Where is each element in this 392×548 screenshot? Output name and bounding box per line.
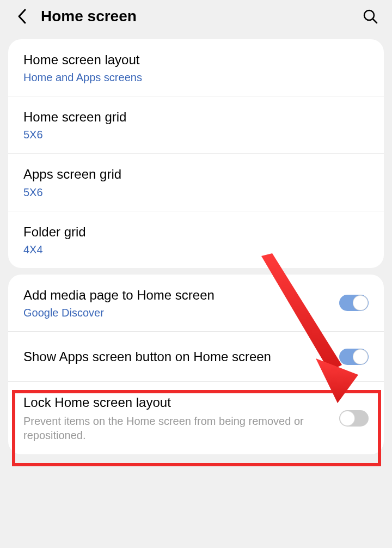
item-home-screen-layout[interactable]: Home screen layout Home and Apps screens <box>8 39 384 96</box>
search-button[interactable] <box>359 5 381 27</box>
settings-group-1: Home screen layout Home and Apps screens… <box>8 39 384 268</box>
item-title: Apps screen grid <box>23 166 358 182</box>
item-subtitle: Google Discover <box>23 307 328 319</box>
item-subtitle: 4X4 <box>23 243 358 256</box>
item-home-screen-grid[interactable]: Home screen grid 5X6 <box>8 96 384 154</box>
item-apps-screen-grid[interactable]: Apps screen grid 5X6 <box>8 154 384 211</box>
item-title: Home screen grid <box>23 108 358 125</box>
search-icon <box>363 9 378 24</box>
chevron-left-icon <box>17 8 27 25</box>
item-title: Show Apps screen button on Home screen <box>23 348 328 365</box>
page-title: Home screen <box>41 8 359 25</box>
toggle-media-page[interactable] <box>339 295 369 311</box>
item-text: Show Apps screen button on Home screen <box>23 348 339 365</box>
item-title: Lock Home screen layout <box>23 394 328 411</box>
item-text: Home screen grid 5X6 <box>23 108 369 141</box>
item-text: Add media page to Home screen Google Dis… <box>23 287 339 319</box>
item-text: Home screen layout Home and Apps screens <box>23 51 369 84</box>
header: Home screen <box>0 0 392 33</box>
item-text: Apps screen grid 5X6 <box>23 166 369 198</box>
toggle-knob <box>353 295 368 310</box>
item-subtitle: Home and Apps screens <box>23 71 358 84</box>
item-show-apps-button[interactable]: Show Apps screen button on Home screen <box>8 332 384 382</box>
toggle-show-apps[interactable] <box>339 349 369 365</box>
settings-group-2: Add media page to Home screen Google Dis… <box>8 275 384 455</box>
item-subtitle: 5X6 <box>23 186 358 199</box>
item-text: Lock Home screen layout Prevent items on… <box>23 394 339 442</box>
item-text: Folder grid 4X4 <box>23 223 369 256</box>
toggle-knob <box>353 349 368 364</box>
item-subtitle: 5X6 <box>23 129 358 141</box>
item-title: Folder grid <box>23 223 358 240</box>
item-lock-home-layout[interactable]: Lock Home screen layout Prevent items on… <box>8 382 384 454</box>
back-button[interactable] <box>11 5 33 27</box>
item-title: Home screen layout <box>23 51 358 68</box>
svg-line-1 <box>373 19 377 23</box>
toggle-lock-layout[interactable] <box>339 410 369 427</box>
item-folder-grid[interactable]: Folder grid 4X4 <box>8 211 384 268</box>
item-add-media-page[interactable]: Add media page to Home screen Google Dis… <box>8 275 384 332</box>
toggle-knob <box>340 411 355 426</box>
item-description: Prevent items on the Home screen from be… <box>23 414 328 442</box>
item-title: Add media page to Home screen <box>23 287 328 303</box>
